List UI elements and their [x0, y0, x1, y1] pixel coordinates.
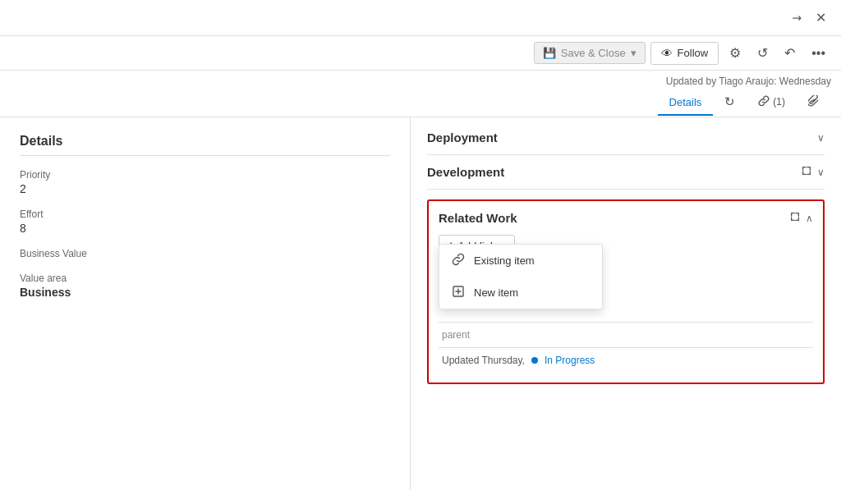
paperclip-icon — [808, 95, 820, 109]
refresh-button[interactable]: ↺ — [751, 41, 774, 65]
close-icon: ✕ — [816, 10, 826, 25]
related-work-header: Related Work ∧ — [439, 211, 813, 225]
main-content: Details Priority 2 Effort 8 Business Val… — [0, 117, 841, 490]
work-item-partial: parent — [442, 329, 470, 341]
follow-label: Follow — [678, 47, 709, 59]
value-area-value: Business — [20, 286, 390, 299]
effort-value: 8 — [20, 222, 390, 235]
priority-value: 2 — [20, 182, 390, 195]
priority-field: Priority 2 — [20, 169, 390, 195]
toolbar: 💾 Save & Close ▾ 👁 Follow ⚙ ↺ ↶ ••• — [0, 36, 841, 71]
save-close-button[interactable]: 💾 Save & Close ▾ — [534, 42, 646, 64]
left-panel: Details Priority 2 Effort 8 Business Val… — [0, 117, 411, 490]
refresh-icon: ↺ — [757, 45, 768, 61]
business-value-label: Business Value — [20, 248, 390, 259]
tab-attachments[interactable] — [797, 89, 831, 117]
add-link-dropdown: Existing item New item — [439, 244, 603, 309]
effort-label: Effort — [20, 208, 390, 220]
development-divider — [427, 189, 825, 190]
value-area-field: Value area Business — [20, 273, 390, 299]
updated-info: Updated by Tiago Araujo: Wednesday — [0, 71, 841, 89]
save-chevron-icon: ▾ — [631, 47, 636, 59]
development-section-header: Development ∨ — [427, 165, 825, 179]
work-item-status-row: Updated Thursday, In Progress — [439, 347, 813, 373]
development-chevron-icon[interactable]: ∨ — [817, 167, 825, 178]
tab-history[interactable]: ↻ — [713, 89, 747, 117]
undo-button[interactable]: ↶ — [779, 41, 801, 65]
undo-icon: ↶ — [784, 45, 795, 61]
deployment-title: Deployment — [427, 131, 498, 144]
deployment-divider — [427, 154, 825, 155]
more-icon: ••• — [811, 46, 825, 61]
right-panel: Deployment ∨ Development ∨ Related Work — [411, 117, 841, 490]
related-work-chevron-icon[interactable]: ∧ — [806, 213, 813, 224]
settings-button[interactable]: ⚙ — [724, 41, 747, 65]
status-dot-icon — [531, 357, 538, 364]
follow-button[interactable]: 👁 Follow — [650, 42, 719, 65]
related-work-section-icons: ∧ — [789, 211, 813, 225]
details-title: Details — [20, 134, 390, 156]
link-icon — [758, 95, 770, 109]
effort-field: Effort 8 — [20, 208, 390, 235]
close-button[interactable]: ✕ — [811, 7, 831, 29]
history-icon: ↻ — [724, 94, 735, 109]
save-close-label: Save & Close — [561, 47, 626, 59]
tab-links-count: (1) — [773, 96, 785, 108]
expand-icon: ↗ — [789, 10, 806, 26]
tabs-bar: Details ↻ (1) — [0, 89, 841, 117]
tab-links[interactable]: (1) — [747, 89, 797, 117]
window-action-icons: ↗ ✕ — [788, 7, 831, 29]
value-area-label: Value area — [20, 273, 390, 284]
new-item-option[interactable]: New item — [439, 277, 602, 309]
existing-item-option[interactable]: Existing item — [439, 245, 602, 277]
follow-icon: 👁 — [661, 47, 673, 60]
deployment-chevron-icon[interactable]: ∨ — [817, 132, 825, 144]
new-item-icon — [451, 285, 466, 300]
work-item-updated: Updated Thursday, — [442, 355, 525, 366]
related-work-section: Related Work ∧ + Add link ∨ — [427, 199, 825, 384]
more-options-button[interactable]: ••• — [806, 42, 831, 65]
work-item-status: In Progress — [545, 355, 595, 366]
related-work-expand-icon[interactable] — [789, 211, 801, 225]
new-item-label: New item — [474, 286, 518, 299]
window-controls: ↗ ✕ — [0, 0, 841, 36]
gear-icon: ⚙ — [729, 45, 741, 61]
development-expand-icon[interactable] — [801, 165, 812, 179]
deployment-section-header: Deployment ∨ — [427, 131, 825, 144]
tab-details-label: Details — [669, 96, 702, 108]
expand-button[interactable]: ↗ — [788, 8, 807, 28]
tab-details[interactable]: Details — [658, 90, 714, 116]
existing-item-label: Existing item — [474, 254, 535, 267]
updated-text: Updated by Tiago Araujo: Wednesday — [666, 76, 831, 87]
priority-label: Priority — [20, 169, 390, 181]
related-work-title: Related Work — [439, 211, 517, 225]
work-item-row: parent — [439, 322, 813, 347]
development-section-icons: ∨ — [801, 165, 825, 179]
development-title: Development — [427, 165, 504, 179]
business-value-field: Business Value — [20, 248, 390, 259]
save-icon: 💾 — [543, 47, 556, 59]
link-icon — [451, 253, 466, 268]
